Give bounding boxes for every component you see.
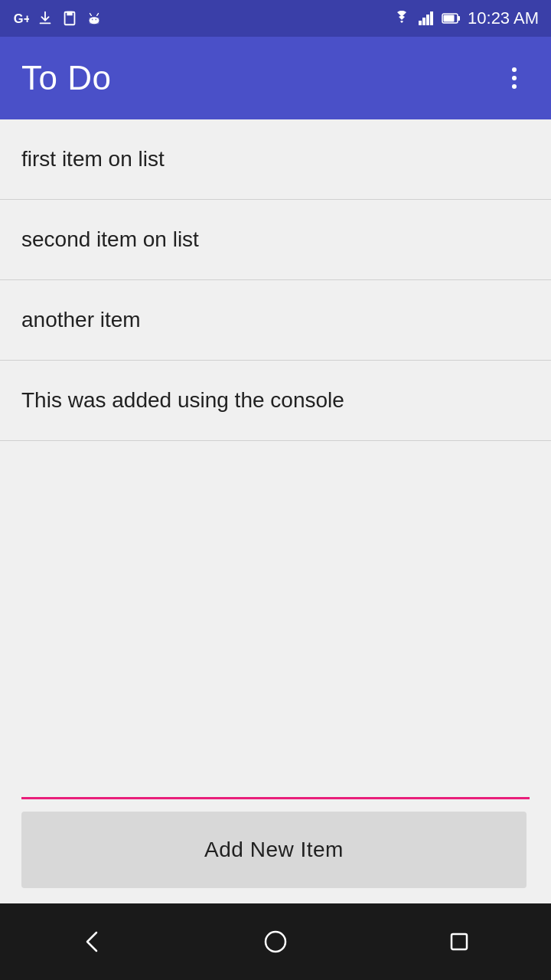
overflow-dot-1 bbox=[512, 67, 517, 72]
list-item[interactable]: first item on list bbox=[0, 119, 551, 200]
status-bar-icons: G+ bbox=[12, 10, 103, 27]
svg-rect-12 bbox=[458, 16, 460, 21]
app-title: To Do bbox=[21, 59, 111, 97]
svg-line-6 bbox=[97, 14, 99, 16]
content-area: first item on listsecond item on listano… bbox=[0, 119, 551, 903]
list-item-text: another item bbox=[21, 308, 141, 332]
list-item[interactable]: second item on list bbox=[0, 200, 551, 280]
nav-bar bbox=[0, 903, 551, 980]
status-bar-right: 10:23 AM bbox=[391, 8, 539, 28]
bottom-spacer bbox=[0, 888, 551, 903]
svg-point-14 bbox=[266, 932, 285, 952]
svg-rect-15 bbox=[452, 934, 467, 949]
app-bar: To Do bbox=[0, 37, 551, 119]
gplus-icon: G+ bbox=[12, 10, 29, 27]
wifi-icon bbox=[391, 11, 412, 26]
download-icon bbox=[37, 10, 54, 27]
svg-rect-7 bbox=[419, 21, 422, 25]
svg-rect-13 bbox=[444, 15, 455, 22]
list-item[interactable]: another item bbox=[0, 280, 551, 361]
new-item-input[interactable] bbox=[21, 757, 530, 799]
list-item-text: second item on list bbox=[21, 227, 199, 251]
clock: 10:23 AM bbox=[468, 8, 539, 28]
list-item-text: This was added using the console bbox=[21, 388, 344, 412]
svg-rect-10 bbox=[430, 11, 433, 25]
list-item[interactable]: This was added using the console bbox=[0, 361, 551, 441]
add-new-item-button[interactable]: Add New Item bbox=[21, 812, 527, 888]
input-area bbox=[0, 757, 551, 812]
android-icon bbox=[86, 10, 103, 27]
recents-icon bbox=[444, 926, 474, 957]
battery-icon bbox=[442, 12, 461, 24]
overflow-menu-button[interactable] bbox=[499, 63, 530, 93]
back-button[interactable] bbox=[77, 926, 107, 957]
signal-icon bbox=[419, 11, 435, 25]
home-button[interactable] bbox=[260, 926, 291, 957]
list-item-text: first item on list bbox=[21, 147, 165, 171]
recents-button[interactable] bbox=[444, 926, 474, 957]
svg-line-5 bbox=[90, 14, 92, 16]
overflow-dot-2 bbox=[512, 76, 517, 80]
svg-text:G+: G+ bbox=[14, 11, 29, 25]
clipboard-icon bbox=[61, 10, 78, 27]
svg-rect-9 bbox=[426, 15, 429, 25]
home-icon bbox=[260, 926, 291, 957]
todo-list: first item on listsecond item on listano… bbox=[0, 119, 551, 757]
status-bar: G+ bbox=[0, 0, 551, 37]
back-icon bbox=[77, 926, 107, 957]
svg-rect-8 bbox=[422, 18, 425, 25]
overflow-dot-3 bbox=[512, 84, 517, 89]
